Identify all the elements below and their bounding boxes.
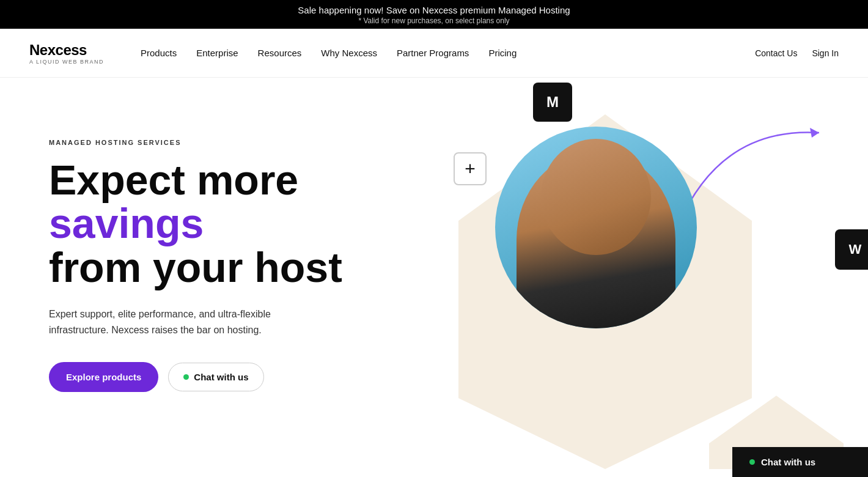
- explore-products-button[interactable]: Explore products: [49, 362, 158, 392]
- nav-right: Contact Us Sign In: [755, 48, 839, 58]
- plus-icon: +: [465, 158, 476, 179]
- plus-badge: +: [454, 152, 487, 185]
- chat-widget[interactable]: Chat with us: [732, 447, 868, 477]
- logo-name: Nexcess: [29, 42, 104, 59]
- person-head: [541, 139, 651, 255]
- person-photo: [495, 127, 697, 328]
- chat-online-dot: [183, 374, 189, 380]
- nav-resources[interactable]: Resources: [258, 48, 302, 58]
- hero-description: Expert support, elite performance, and u…: [49, 306, 312, 338]
- logo[interactable]: Nexcess A Liquid Web Brand: [29, 42, 104, 65]
- svg-marker-0: [810, 128, 819, 138]
- hero-line1: Expect more: [49, 158, 342, 202]
- nav-pricing[interactable]: Pricing: [488, 48, 517, 58]
- chat-with-us-button[interactable]: Chat with us: [168, 363, 263, 391]
- hero-content: MANAGED HOSTING SERVICES Expect more sav…: [49, 114, 342, 392]
- nav-partner-programs[interactable]: Partner Programs: [397, 48, 469, 58]
- chat-widget-online-dot: [749, 459, 755, 465]
- hero-illustration: M + W Woo COMMERCE Powerful hosting ▊: [422, 78, 868, 469]
- nav-why-nexcess[interactable]: Why Nexcess: [321, 48, 377, 58]
- hero-ctas: Explore products Chat with us: [49, 362, 342, 392]
- chat-widget-label: Chat with us: [761, 457, 815, 467]
- chat-button-label: Chat with us: [194, 372, 248, 382]
- hero-eyebrow: MANAGED HOSTING SERVICES: [49, 139, 342, 146]
- top-banner: Sale happening now! Save on Nexcess prem…: [0, 0, 868, 29]
- nav-enterprise[interactable]: Enterprise: [196, 48, 238, 58]
- nav-products[interactable]: Products: [141, 48, 177, 58]
- banner-sub-text: * Valid for new purchases, on select pla…: [12, 17, 856, 25]
- nav-links: Products Enterprise Resources Why Nexces…: [141, 48, 755, 58]
- hero-headline: Expect more savings from your host: [49, 158, 342, 289]
- nav-sign-in[interactable]: Sign In: [812, 48, 839, 58]
- hero-savings: savings: [49, 202, 342, 245]
- magento-badge: M: [533, 83, 572, 122]
- logo-tagline: A Liquid Web Brand: [29, 59, 104, 65]
- main-nav: Nexcess A Liquid Web Brand Products Ente…: [0, 29, 868, 78]
- banner-main-text: Sale happening now! Save on Nexcess prem…: [12, 5, 856, 15]
- hero-section: MANAGED HOSTING SERVICES Expect more sav…: [0, 78, 868, 469]
- hero-line3: from your host: [49, 246, 342, 289]
- wordpress-icon: W: [849, 242, 862, 257]
- nav-contact-us[interactable]: Contact Us: [755, 48, 797, 58]
- wordpress-badge: W: [835, 229, 868, 270]
- magento-icon: M: [546, 94, 559, 111]
